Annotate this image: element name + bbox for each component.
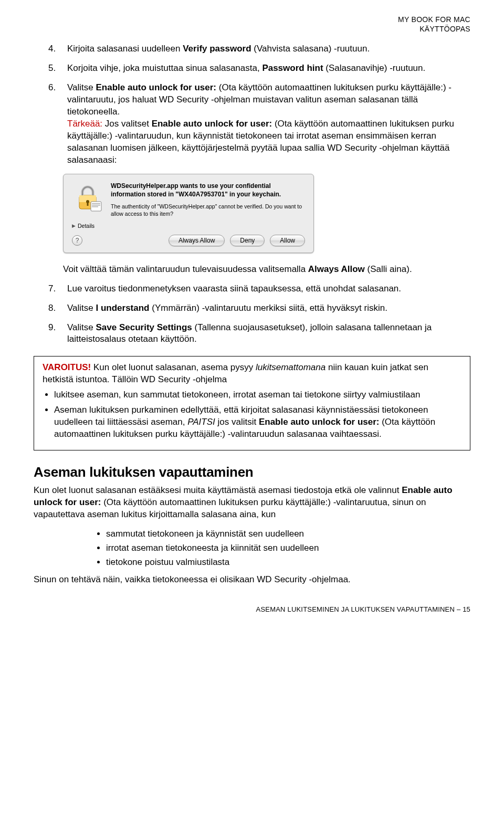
lock-icon (72, 182, 103, 213)
dialog-message: WDSecurityHelper.app wants to use your c… (111, 182, 305, 198)
step-text: Kirjoita salasanasi uudelleen Verify pas… (67, 43, 470, 55)
step-8: 8. Valitse I understand (Ymmärrän) -vali… (34, 302, 470, 314)
step-text: Valitse I understand (Ymmärrän) -valinta… (67, 302, 470, 314)
svg-rect-7 (92, 206, 98, 207)
warning-box: VAROITUS! Kun olet luonut salasanan, ase… (34, 356, 470, 450)
warning-bullet-2: Aseman lukituksen purkaminen edellyttää,… (54, 404, 461, 441)
step-5: 5. Korjoita vihje, joka muistuttaa sinua… (34, 62, 470, 75)
step-number: 8. (48, 302, 60, 314)
step-text: Valitse Save Security Settings (Tallenna… (67, 322, 470, 346)
warning-title: VAROITUS! (43, 362, 91, 372)
step-7: 7. Lue varoitus tiedonmenetyksen vaarast… (34, 283, 470, 295)
bullet-reconnect: irrotat aseman tietokoneesta ja kiinnitä… (106, 542, 470, 554)
svg-rect-5 (92, 203, 100, 204)
always-allow-button[interactable]: Always Allow (169, 235, 225, 246)
doc-type: KÄYTTÖOPAS (419, 25, 470, 33)
allow-button[interactable]: Allow (270, 235, 305, 246)
page-footer: ASEMAN LUKITSEMINEN JA LUKITUKSEN VAPAUT… (34, 605, 470, 614)
bullet-wake: tietokone poistuu valmiustilasta (106, 557, 470, 569)
details-toggle[interactable]: ▶ Details (72, 222, 305, 229)
after-dialog-text: Voit välttää tämän valintaruudun tulevai… (34, 264, 470, 276)
step-text: Korjoita vihje, joka muistuttaa sinua sa… (67, 62, 470, 75)
step-number: 4. (48, 43, 60, 55)
disclosure-triangle-icon: ▶ (72, 223, 76, 229)
details-label: Details (78, 222, 94, 229)
step-text: Lue varoitus tiedonmenetyksen vaarasta s… (67, 283, 470, 295)
section-closing: Sinun on tehtävä näin, vaikka tietokonee… (34, 574, 470, 586)
step-6: 6. Valitse Enable auto unlock for user: … (34, 82, 470, 166)
bullet-restart: sammutat tietokoneen ja käynnistät sen u… (106, 528, 470, 540)
step-number: 5. (48, 62, 60, 75)
step-number: 7. (48, 283, 60, 295)
step-number: 9. (48, 322, 60, 346)
section-paragraph: Kun olet luonut salasanan estääksesi mui… (34, 485, 470, 521)
deny-button[interactable]: Deny (230, 235, 265, 246)
page-number: 15 (463, 605, 470, 613)
svg-rect-3 (87, 202, 89, 206)
warning-bullet-1: lukitsee aseman, kun sammutat tietokonee… (54, 389, 461, 401)
step-9: 9. Valitse Save Security Settings (Talle… (34, 322, 470, 346)
svg-rect-6 (92, 205, 100, 206)
section-heading-unlock: Aseman lukituksen vapauttaminen (34, 463, 470, 481)
section-bullets: sammutat tietokoneen ja käynnistät sen u… (34, 528, 470, 569)
step-text: Valitse Enable auto unlock for user: (Ot… (67, 82, 470, 166)
keychain-dialog: WDSecurityHelper.app wants to use your c… (63, 174, 314, 253)
product-name: MY BOOK FOR MAC (398, 15, 470, 24)
help-button[interactable]: ? (72, 235, 82, 246)
step-4: 4. Kirjoita salasanasi uudelleen Verify … (34, 43, 470, 55)
dialog-subtext: The authenticity of "WDSecurityHelper.ap… (111, 203, 305, 217)
step-number: 6. (48, 82, 60, 166)
important-label: Tärkeää: (67, 119, 102, 129)
page-header: MY BOOK FOR MAC KÄYTTÖOPAS (34, 15, 470, 34)
